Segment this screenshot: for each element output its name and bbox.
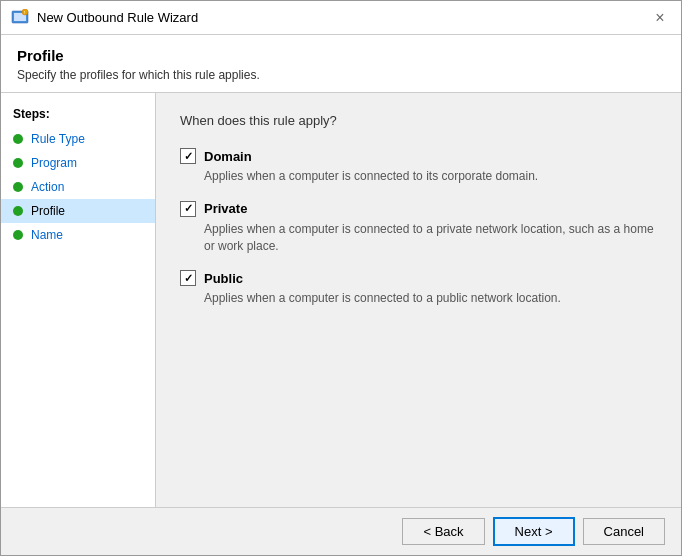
public-option: Public Applies when a computer is connec… <box>180 270 657 307</box>
sidebar-item-label: Rule Type <box>31 132 85 146</box>
domain-description: Applies when a computer is connected to … <box>204 168 657 185</box>
public-label: Public <box>204 271 243 286</box>
domain-header: Domain <box>180 148 657 164</box>
public-checkbox[interactable] <box>180 270 196 286</box>
title-bar: ! New Outbound Rule Wizard × <box>1 1 681 35</box>
domain-label: Domain <box>204 149 252 164</box>
sidebar-item-rule-type[interactable]: Rule Type <box>1 127 155 151</box>
back-button[interactable]: < Back <box>402 518 484 545</box>
step-indicator <box>13 206 23 216</box>
step-indicator <box>13 182 23 192</box>
svg-text:!: ! <box>24 10 25 15</box>
close-button[interactable]: × <box>649 7 671 29</box>
step-indicator <box>13 134 23 144</box>
domain-option: Domain Applies when a computer is connec… <box>180 148 657 185</box>
private-header: Private <box>180 201 657 217</box>
sidebar-item-label: Name <box>31 228 63 242</box>
private-description: Applies when a computer is connected to … <box>204 221 657 255</box>
footer: < Back Next > Cancel <box>1 507 681 555</box>
domain-checkbox[interactable] <box>180 148 196 164</box>
title-bar-left: ! New Outbound Rule Wizard <box>11 9 198 27</box>
sidebar-item-label: Action <box>31 180 64 194</box>
sidebar-item-action[interactable]: Action <box>1 175 155 199</box>
cancel-button[interactable]: Cancel <box>583 518 665 545</box>
private-checkbox-container: Private <box>180 201 247 217</box>
wizard-icon: ! <box>11 9 29 27</box>
next-button[interactable]: Next > <box>493 517 575 546</box>
content-area: Steps: Rule Type Program Action Profile … <box>1 93 681 507</box>
private-label: Private <box>204 201 247 216</box>
page-title: Profile <box>17 47 665 64</box>
public-description: Applies when a computer is connected to … <box>204 290 657 307</box>
sidebar-item-label: Profile <box>31 204 65 218</box>
sidebar-item-name[interactable]: Name <box>1 223 155 247</box>
private-checkbox[interactable] <box>180 201 196 217</box>
sidebar-item-label: Program <box>31 156 77 170</box>
step-indicator <box>13 158 23 168</box>
step-indicator <box>13 230 23 240</box>
domain-checkbox-container: Domain <box>180 148 252 164</box>
sidebar-item-program[interactable]: Program <box>1 151 155 175</box>
wizard-window: ! New Outbound Rule Wizard × Profile Spe… <box>0 0 682 556</box>
question-text: When does this rule apply? <box>180 113 657 128</box>
window-title: New Outbound Rule Wizard <box>37 10 198 25</box>
sidebar: Steps: Rule Type Program Action Profile … <box>1 93 156 507</box>
main-panel: When does this rule apply? Domain Applie… <box>156 93 681 507</box>
sidebar-item-profile[interactable]: Profile <box>1 199 155 223</box>
sidebar-label: Steps: <box>1 103 155 127</box>
private-option: Private Applies when a computer is conne… <box>180 201 657 255</box>
header-section: Profile Specify the profiles for which t… <box>1 35 681 93</box>
public-header: Public <box>180 270 657 286</box>
public-checkbox-container: Public <box>180 270 243 286</box>
page-subtitle: Specify the profiles for which this rule… <box>17 68 665 82</box>
